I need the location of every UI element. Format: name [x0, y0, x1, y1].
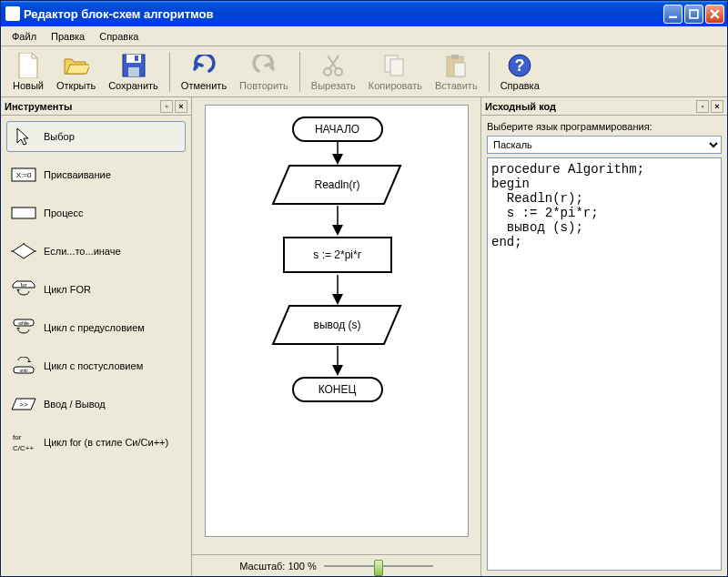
svg-rect-1 [690, 10, 698, 18]
zoom-bar: Масштаб: 100 % [192, 554, 480, 576]
svg-rect-9 [390, 59, 403, 76]
node-input[interactable]: Readln(r) [274, 166, 401, 204]
code-area[interactable]: procedure Algorithm; begin Readln(r); s … [487, 157, 722, 571]
lang-label: Выберите язык программирования: [487, 121, 722, 132]
save-button[interactable]: Сохранить [102, 49, 165, 95]
tool-until[interactable]: until Цикл с постусловием [6, 350, 186, 381]
tool-for[interactable]: for Цикл FOR [6, 274, 186, 305]
tools-panel-header: Инструменты ▫ × [1, 97, 191, 116]
tool-cfor[interactable]: forC/C++ Цикл for (в стиле Си/Си++) [6, 427, 186, 458]
svg-text:for: for [20, 282, 26, 288]
svg-text:for: for [13, 433, 22, 441]
svg-text:>>: >> [19, 400, 28, 409]
toolbar: Новый Открыть Сохранить Отменить Повтори… [1, 46, 727, 97]
svg-rect-3 [126, 55, 141, 63]
app-icon [5, 6, 20, 21]
minimize-button[interactable] [663, 5, 682, 24]
lang-select[interactable]: Паскаль [487, 136, 722, 154]
tools-panel-undock-button[interactable]: ▫ [160, 100, 173, 113]
undo-button[interactable]: Отменить [175, 49, 233, 95]
tool-select[interactable]: Выбор [6, 121, 186, 152]
assign-icon: X:=0 [11, 166, 36, 184]
paste-icon [443, 53, 469, 78]
menu-help[interactable]: Справка [92, 29, 146, 44]
svg-rect-11 [451, 55, 459, 59]
code-panel-undock-button[interactable]: ▫ [696, 100, 709, 113]
cursor-icon [11, 127, 36, 146]
io-icon: >> [11, 395, 36, 413]
node-end[interactable]: КОНЕЦ [292, 377, 383, 402]
menu-edit[interactable]: Правка [44, 29, 92, 44]
code-panel-close-button[interactable]: × [711, 100, 723, 113]
node-calc[interactable]: s := 2*pi*r [283, 237, 392, 273]
tool-while[interactable]: while Цикл с предусловием [6, 312, 186, 343]
svg-text:X:=0: X:=0 [16, 171, 32, 179]
scissors-icon [320, 53, 346, 78]
canvas-viewport[interactable]: НАЧАЛО Readln(r) s := 2*pi*r вывод (s) К… [192, 97, 480, 554]
close-button[interactable] [705, 5, 724, 24]
svg-rect-5 [135, 56, 138, 61]
maximize-button[interactable] [684, 5, 703, 24]
code-panel: Исходный код ▫ × Выберите язык программи… [481, 97, 727, 576]
cfor-icon: forC/C++ [11, 433, 36, 451]
undo-icon [191, 53, 217, 78]
zoom-slider[interactable] [324, 559, 433, 573]
node-start[interactable]: НАЧАЛО [292, 116, 383, 142]
save-disk-icon [121, 53, 147, 78]
svg-rect-4 [128, 67, 139, 76]
tool-process[interactable]: Процесс [6, 197, 186, 228]
new-button[interactable]: Новый [6, 49, 50, 95]
open-button[interactable]: Открыть [50, 49, 102, 95]
tool-if[interactable]: Если...то...иначе [6, 236, 186, 267]
cut-button[interactable]: Вырезать [305, 49, 362, 95]
titlebar: Редактор блок-схем алгоритмов [1, 1, 727, 26]
open-folder-icon [64, 53, 89, 78]
canvas-panel: НАЧАЛО Readln(r) s := 2*pi*r вывод (s) К… [192, 97, 481, 576]
tool-assign[interactable]: X:=0 Присваивание [6, 159, 186, 190]
zoom-label: Масштаб: 100 % [239, 561, 316, 572]
window-title: Редактор блок-схем алгоритмов [24, 7, 663, 21]
tools-panel-close-button[interactable]: × [175, 100, 187, 113]
paste-button[interactable]: Вставить [429, 49, 484, 95]
tool-io[interactable]: >> Ввод / Вывод [6, 389, 186, 420]
help-icon: ? [507, 53, 532, 78]
copy-icon [382, 53, 408, 78]
process-icon [11, 204, 36, 222]
tools-list: Выбор X:=0 Присваивание Процесс Если...т… [1, 116, 191, 576]
redo-button[interactable]: Повторить [233, 49, 295, 95]
node-output[interactable]: вывод (s) [274, 306, 401, 344]
new-file-icon [15, 53, 41, 78]
tools-panel: Инструменты ▫ × Выбор X:=0 Присваивание … [1, 97, 192, 576]
svg-rect-0 [669, 15, 677, 17]
until-loop-icon: until [11, 357, 36, 375]
while-loop-icon: while [11, 319, 36, 337]
for-loop-icon: for [11, 280, 36, 299]
canvas-area[interactable]: НАЧАЛО Readln(r) s := 2*pi*r вывод (s) К… [205, 105, 469, 537]
svg-text:C/C++: C/C++ [13, 444, 34, 452]
zoom-thumb[interactable] [374, 560, 383, 576]
copy-button[interactable]: Копировать [362, 49, 429, 95]
menubar: Файл Правка Справка [1, 26, 727, 46]
diamond-icon [11, 242, 36, 260]
app-window: Редактор блок-схем алгоритмов Файл Правк… [0, 0, 728, 577]
svg-text:until: until [19, 368, 27, 373]
svg-text:?: ? [515, 56, 525, 75]
code-panel-header: Исходный код ▫ × [481, 97, 727, 116]
redo-icon [251, 53, 277, 78]
help-button[interactable]: ? Справка [494, 49, 546, 95]
menu-file[interactable]: Файл [5, 29, 44, 44]
svg-rect-17 [12, 208, 35, 218]
svg-rect-12 [454, 63, 465, 76]
svg-text:while: while [18, 320, 29, 326]
content-area: Инструменты ▫ × Выбор X:=0 Присваивание … [1, 97, 727, 576]
